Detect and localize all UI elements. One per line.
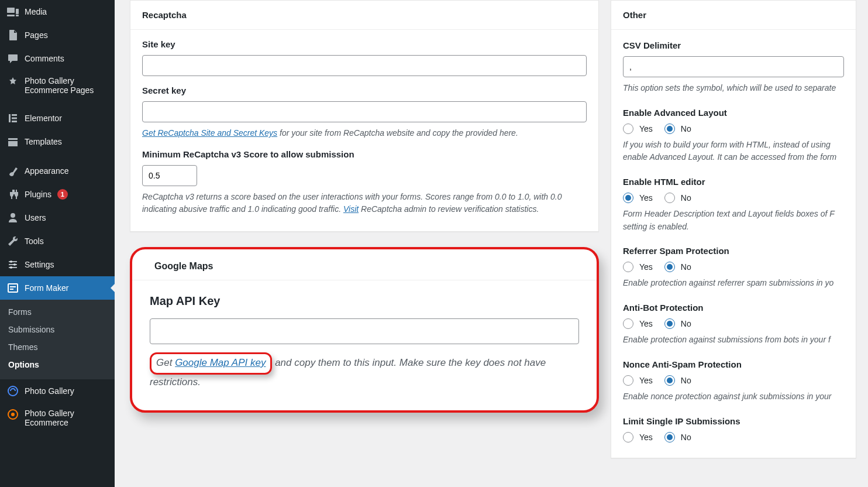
sidebar-item-media[interactable]: Media (0, 0, 115, 23)
sidebar-item-tools[interactable]: Tools (0, 229, 115, 253)
sidebar-item-templates[interactable]: Templates (0, 130, 115, 153)
sidebar-item-users[interactable]: Users (0, 206, 115, 229)
panel-title: Recaptcha (130, 1, 598, 30)
elementor-icon (7, 112, 19, 124)
sidebar-item-settings[interactable]: Settings (0, 253, 115, 276)
content-area: Recaptcha Site key Secret key Get ReCapt… (115, 0, 868, 487)
advanced-layout-label: Enable Advanced Layout (623, 108, 844, 118)
svg-point-8 (13, 263, 16, 266)
sidebar-item-label: Form Maker (25, 283, 68, 293)
advanced-layout-no[interactable] (664, 124, 675, 134)
sidebar-item-label: Comments (25, 54, 64, 63)
referrer-spam-yes[interactable] (623, 262, 633, 272)
submenu-themes[interactable]: Themes (0, 338, 115, 356)
limit-ip-no[interactable] (664, 432, 675, 443)
sidebar-item-label: Photo Gallery Ecommerce Pages (25, 76, 108, 95)
anti-bot-hint: Enable protection against submissions fr… (623, 334, 844, 347)
submenu-options[interactable]: Options (0, 356, 115, 373)
users-icon (7, 212, 19, 224)
recaptcha-keys-link[interactable]: Get ReCaptcha Site and Secret Keys (142, 128, 277, 138)
sidebar-item-label: Photo Gallery Ecommerce (25, 409, 108, 427)
anti-bot-no[interactable] (664, 318, 675, 329)
site-key-input[interactable] (142, 55, 587, 76)
sidebar-item-plugins[interactable]: Plugins 1 (0, 183, 115, 206)
map-api-key-label: Map API Key (150, 294, 579, 308)
svg-rect-3 (12, 121, 17, 122)
svg-point-13 (8, 386, 18, 396)
recaptcha-score-label: Minimum ReCaptcha v3 Score to allow subm… (142, 149, 587, 159)
html-editor-hint: Form Header Description text and Layout … (623, 208, 844, 233)
sidebar-item-label: Media (25, 7, 47, 16)
nonce-yes[interactable] (623, 375, 633, 386)
anti-bot-label: Anti-Bot Protection (623, 303, 844, 313)
sidebar-item-photo-gallery-ecommerce[interactable]: Photo Gallery Ecommerce (0, 403, 115, 433)
sidebar-item-photo-gallery[interactable]: Photo Gallery (0, 379, 115, 403)
submenu-forms[interactable]: Forms (0, 303, 115, 321)
panel-title: Google Maps (132, 249, 597, 280)
csv-delimiter-label: CSV Delimiter (623, 40, 844, 50)
sidebar-item-label: Photo Gallery (25, 386, 74, 396)
panel-title: Other (611, 1, 856, 30)
panel-other: Other CSV Delimiter This option sets the… (611, 0, 856, 458)
sidebar-item-form-maker[interactable]: Form Maker (0, 276, 115, 300)
map-api-key-hint: Get Google Map API key and copy them to … (150, 352, 579, 390)
google-map-api-link[interactable]: Google Map API key (175, 357, 266, 368)
svg-rect-0 (9, 114, 11, 122)
sidebar-item-appearance[interactable]: Appearance (0, 159, 115, 183)
nonce-no[interactable] (664, 375, 675, 386)
recaptcha-visit-link[interactable]: Visit (343, 204, 359, 214)
templates-icon (7, 136, 19, 148)
svg-rect-1 (12, 114, 17, 116)
photo-gallery-ecommerce-icon (7, 409, 19, 420)
recaptcha-keys-hint: Get ReCaptcha Site and Secret Keys for y… (142, 127, 587, 140)
secret-key-input[interactable] (142, 101, 587, 122)
svg-point-7 (10, 260, 12, 263)
plugins-updates-badge: 1 (57, 189, 68, 200)
panel-recaptcha: Recaptcha Site key Secret key Get ReCapt… (130, 0, 599, 232)
photo-gallery-icon (7, 385, 19, 397)
sidebar-item-label: Plugins (25, 190, 51, 199)
limit-ip-yes[interactable] (623, 432, 633, 443)
panel-google-maps: Google Maps Map API Key Get Google Map A… (130, 247, 599, 413)
pages-icon (7, 29, 19, 41)
advanced-layout-hint: If you wish to build your form with HTML… (623, 139, 844, 164)
submenu-submissions[interactable]: Submissions (0, 321, 115, 338)
map-api-key-input[interactable] (150, 318, 579, 344)
tools-icon (7, 235, 19, 247)
comments-icon (7, 53, 19, 64)
referrer-spam-hint: Enable protection against referrer spam … (623, 277, 844, 290)
svg-point-9 (10, 266, 12, 269)
admin-sidebar: Media Pages Comments Photo Gallery Ecomm… (0, 0, 115, 487)
sidebar-submenu-form-maker: Forms Submissions Themes Options (0, 300, 115, 379)
sidebar-item-comments[interactable]: Comments (0, 47, 115, 70)
plugins-icon (7, 188, 19, 200)
csv-delimiter-hint: This option sets the symbol, which will … (623, 82, 844, 95)
html-editor-no[interactable] (664, 193, 675, 203)
svg-point-15 (11, 413, 15, 416)
secret-key-label: Secret key (142, 85, 587, 95)
html-editor-label: Enable HTML editor (623, 177, 844, 187)
brush-icon (7, 165, 19, 177)
svg-rect-10 (8, 284, 18, 292)
settings-icon (7, 259, 19, 270)
sidebar-item-pages[interactable]: Pages (0, 23, 115, 47)
referrer-spam-no[interactable] (664, 262, 675, 272)
sidebar-item-elementor[interactable]: Elementor (0, 107, 115, 130)
recaptcha-score-hint: ReCaptcha v3 returns a score based on th… (142, 191, 587, 216)
site-key-label: Site key (142, 39, 587, 49)
csv-delimiter-input[interactable] (623, 56, 844, 77)
advanced-layout-yes[interactable] (623, 124, 633, 134)
anti-bot-yes[interactable] (623, 318, 633, 329)
svg-rect-12 (10, 289, 13, 290)
referrer-spam-label: Referrer Spam Protection (623, 246, 844, 256)
sidebar-item-pge-pages[interactable]: Photo Gallery Ecommerce Pages (0, 70, 115, 101)
html-editor-yes[interactable] (623, 193, 633, 203)
sidebar-item-label: Tools (25, 236, 44, 246)
map-api-link-highlight: Get Google Map API key (150, 352, 272, 375)
sidebar-item-label: Settings (25, 260, 54, 269)
sidebar-item-label: Appearance (25, 166, 69, 176)
svg-rect-11 (10, 286, 16, 287)
recaptcha-score-input[interactable] (142, 165, 197, 186)
media-icon (7, 6, 19, 18)
sidebar-item-label: Pages (25, 30, 48, 40)
